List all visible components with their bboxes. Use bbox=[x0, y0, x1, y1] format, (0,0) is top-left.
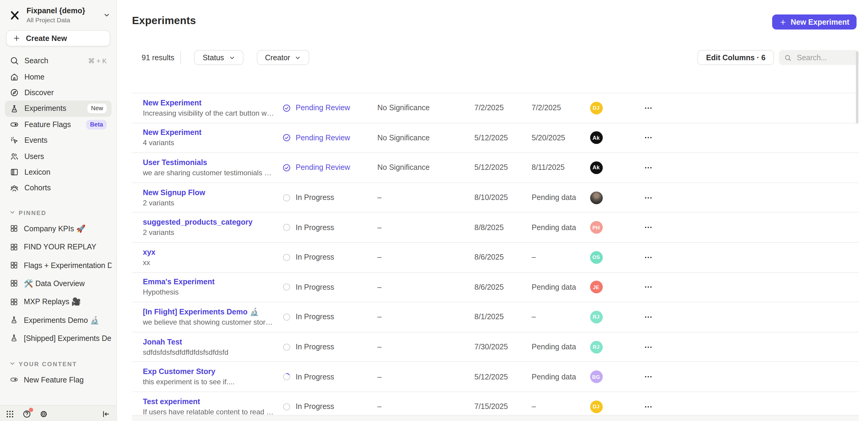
experiment-name-link[interactable]: xyx bbox=[143, 248, 274, 257]
table-row[interactable]: New Experiment 4 variants Pending Review… bbox=[132, 123, 859, 152]
sidebar-nav-item[interactable]: Experiments New bbox=[5, 101, 112, 117]
pinned-item[interactable]: Experiments Demo 🔬 bbox=[5, 311, 112, 329]
experiment-name-link[interactable]: User Testimonials bbox=[143, 158, 274, 167]
pinned-item-label: 🛠️ Data Overview bbox=[24, 279, 85, 288]
primary-results-cell: No Significance bbox=[377, 134, 474, 142]
chevron-down-icon bbox=[229, 55, 235, 61]
search-input[interactable] bbox=[796, 53, 854, 62]
table-row[interactable]: [In Flight] Experiments Demo 🔬 we believ… bbox=[132, 302, 859, 331]
edit-columns-button[interactable]: Edit Columns · 6 bbox=[698, 50, 774, 65]
pinned-item[interactable]: Flags + Experimentation Demo 🧪 bbox=[5, 256, 112, 274]
experiment-name-link[interactable]: suggested_products_category bbox=[143, 218, 274, 226]
experiment-description: this experiment is to see if.... bbox=[143, 378, 274, 386]
status-cell: In Progress bbox=[282, 253, 377, 262]
sidebar-nav-item[interactable]: Lexicon bbox=[5, 164, 112, 180]
experiment-description: we are sharing customer testimonials as … bbox=[143, 169, 274, 177]
pinned-item-label: Flags + Experimentation Demo 🧪 bbox=[24, 261, 112, 270]
pinned-item-label: [Shipped] Experiments Demo 🖊️ bbox=[24, 334, 112, 343]
help-icon[interactable] bbox=[22, 410, 31, 419]
table-search bbox=[779, 50, 859, 65]
creator-cell: OS bbox=[590, 251, 644, 264]
row-actions-button[interactable] bbox=[644, 343, 653, 351]
sidebar-nav-item[interactable]: Discover bbox=[5, 85, 112, 101]
table-row[interactable]: Exp Customer Story this experiment is to… bbox=[132, 362, 859, 391]
table-row[interactable]: User Testimonials we are sharing custome… bbox=[132, 152, 859, 182]
sidebar-nav-item[interactable]: Search ⌘ + K bbox=[5, 53, 112, 69]
collapse-sidebar-icon[interactable] bbox=[101, 410, 110, 419]
toolbar-divider bbox=[180, 51, 181, 64]
sidebar-nav-item[interactable]: Cohorts bbox=[5, 180, 112, 196]
row-actions-button[interactable] bbox=[644, 372, 653, 381]
table-row[interactable]: suggested_products_category 2 variants I… bbox=[132, 212, 859, 242]
new-experiment-button[interactable]: New Experiment bbox=[772, 14, 857, 30]
pinned-item[interactable]: Company KPIs 🚀 bbox=[5, 220, 112, 238]
table-row[interactable]: Emma's Experiment Hypothesis In Progress… bbox=[132, 272, 859, 302]
table-row[interactable]: New Experiment Increasing visibility of … bbox=[132, 93, 859, 123]
pinned-item[interactable]: MXP Replays 🎥 bbox=[5, 292, 112, 311]
row-actions-button[interactable] bbox=[644, 163, 653, 172]
ellipsis-icon bbox=[644, 253, 653, 262]
pinned-item[interactable]: 🛠️ Data Overview bbox=[5, 274, 112, 293]
row-actions-button[interactable] bbox=[644, 223, 653, 232]
results-count: 91 results bbox=[142, 53, 174, 62]
sidebar-nav-item[interactable]: Feature Flags Beta bbox=[5, 117, 112, 132]
creator-cell: Ak bbox=[590, 161, 644, 174]
your-content-item-label: New Feature Flag bbox=[24, 376, 84, 384]
experiment-name-link[interactable]: New Experiment bbox=[143, 129, 274, 137]
row-actions-button[interactable] bbox=[644, 402, 653, 411]
nav-item-label: Home bbox=[24, 72, 44, 81]
status-label: In Progress bbox=[296, 283, 334, 292]
table-footer bbox=[132, 415, 859, 421]
ellipsis-icon bbox=[644, 193, 653, 202]
end-date-cell: Pending data bbox=[532, 193, 590, 202]
create-new-button[interactable]: Create New bbox=[6, 30, 110, 46]
ellipsis-icon bbox=[644, 313, 653, 322]
status-label: In Progress bbox=[296, 193, 334, 202]
filter-buttons: Status Creator bbox=[194, 50, 309, 65]
experiment-name-link[interactable]: [In Flight] Experiments Demo 🔬 bbox=[143, 307, 274, 317]
section-title: YOUR CONTENT bbox=[19, 361, 77, 367]
your-content-item[interactable]: New Feature Flag bbox=[5, 371, 112, 389]
your-content-section-header[interactable]: YOUR CONTENT bbox=[5, 357, 112, 371]
experiment-name-link[interactable]: Jonah Test bbox=[143, 337, 274, 346]
end-date-cell: – bbox=[532, 313, 590, 321]
row-actions-button[interactable] bbox=[644, 193, 653, 202]
sidebar-nav-item[interactable]: Home bbox=[5, 69, 112, 85]
row-actions-button[interactable] bbox=[644, 253, 653, 262]
experiments-icon bbox=[10, 104, 19, 113]
start-date-cell: 5/12/2025 bbox=[474, 134, 532, 142]
sidebar-nav-item[interactable]: Users bbox=[5, 149, 112, 164]
experiment-name-link[interactable]: New Signup Flow bbox=[143, 188, 274, 197]
pinned-item[interactable]: FIND YOUR REPLAY bbox=[5, 238, 112, 256]
filter-button[interactable]: Creator bbox=[256, 50, 309, 65]
experiment-name-link[interactable]: Exp Customer Story bbox=[143, 367, 274, 376]
workspace-switcher[interactable]: Fixpanel {demo} All Project Data bbox=[0, 0, 116, 28]
filter-button[interactable]: Status bbox=[194, 50, 243, 65]
row-actions-button[interactable] bbox=[644, 283, 653, 292]
row-actions-button[interactable] bbox=[644, 104, 653, 112]
pinned-item[interactable]: [Shipped] Experiments Demo 🖊️ bbox=[5, 329, 112, 348]
scrollbar-thumb[interactable] bbox=[856, 51, 858, 124]
experiment-name-link[interactable]: New Experiment bbox=[143, 99, 274, 107]
apps-grid-icon[interactable] bbox=[5, 410, 14, 419]
status-cell: In Progress bbox=[282, 313, 377, 322]
flask-icon bbox=[10, 334, 19, 343]
table-row[interactable]: New Signup Flow 2 variants In Progress –… bbox=[132, 183, 859, 212]
gear-icon[interactable] bbox=[39, 410, 48, 419]
pinned-section-header[interactable]: PINNED bbox=[5, 206, 112, 220]
row-actions-button[interactable] bbox=[644, 313, 653, 322]
experiment-name-link[interactable]: Emma's Experiment bbox=[143, 278, 274, 286]
actions-cell bbox=[644, 313, 859, 322]
creator-cell: Ak bbox=[590, 132, 644, 144]
experiment-name-link[interactable]: Test experiment bbox=[143, 397, 274, 406]
row-actions-button[interactable] bbox=[644, 133, 653, 142]
table-row[interactable]: Jonah Test sdfdsfdsfsdfdffdfdsfsdfdsfd I… bbox=[132, 332, 859, 362]
experiment-description: xx bbox=[143, 258, 274, 267]
sidebar-nav-item[interactable]: Events bbox=[5, 132, 112, 149]
table-row[interactable]: xyx xx In Progress – 8/6/2025 – OS bbox=[132, 242, 859, 272]
status-cell: In Progress bbox=[282, 193, 377, 202]
ellipsis-icon bbox=[644, 283, 653, 292]
actions-cell bbox=[644, 253, 859, 262]
check-circle-icon bbox=[282, 133, 291, 142]
name-cell: Exp Customer Story this experiment is to… bbox=[132, 367, 282, 386]
